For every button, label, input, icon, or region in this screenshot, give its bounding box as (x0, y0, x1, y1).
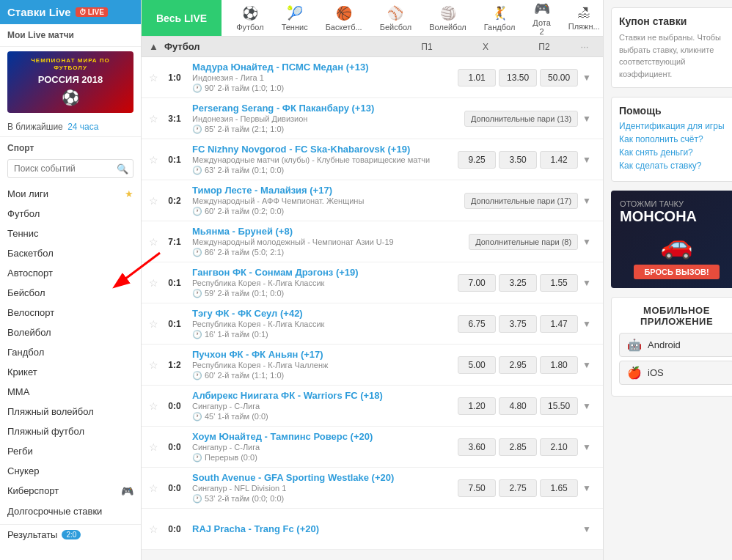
match-expand-button[interactable]: ▼ (578, 111, 596, 127)
odd-p1-button[interactable]: 1.20 (458, 397, 496, 415)
odd-p1-button[interactable]: 7.00 (458, 274, 496, 292)
sidebar-item-rugby[interactable]: Регби (0, 441, 141, 461)
odd-x-button[interactable]: 4.80 (499, 397, 537, 415)
match-expand-button[interactable]: ▼ (578, 275, 596, 291)
sidebar-item-my-leagues[interactable]: Мои лиги ★ (0, 184, 141, 204)
sport-volleyball[interactable]: 🏐 Волейбол (422, 2, 474, 34)
sport-tennis[interactable]: 🎾 Теннис (274, 2, 315, 34)
odd-p1-button[interactable]: 1.01 (458, 69, 496, 86)
results-section[interactable]: Результаты 2:0 (0, 524, 141, 545)
match-expand-button[interactable]: ▼ (578, 439, 596, 455)
match-favorite-star[interactable]: ☆ (149, 318, 158, 330)
dop-pari-button[interactable]: Дополнительные пари (17) (464, 193, 578, 209)
help-link-bet[interactable]: Как сделать ставку? (619, 161, 732, 171)
android-button[interactable]: 🤖 Android (619, 333, 732, 357)
match-favorite-star[interactable]: ☆ (149, 72, 158, 84)
odd-p2-button[interactable]: 1.55 (540, 274, 578, 292)
match-favorite-star[interactable]: ☆ (149, 441, 158, 453)
match-expand-button[interactable]: ▼ (578, 152, 596, 168)
match-expand-button[interactable]: ▼ (578, 316, 596, 332)
sidebar-item-basketball[interactable]: Баскетбол (0, 243, 141, 263)
odd-p2-button[interactable]: 1.80 (540, 356, 578, 374)
odd-p2-button[interactable]: 50.00 (540, 69, 578, 86)
odd-p1-button[interactable]: 3.60 (458, 438, 496, 456)
help-link-identification[interactable]: Идентификация для игры (619, 121, 732, 131)
odd-x-button[interactable]: 13.50 (499, 69, 537, 86)
match-teams[interactable]: Мадура Юнайтед - ПСМС Медан (+13) (192, 62, 452, 73)
odd-p2-button[interactable]: 2.10 (540, 438, 578, 456)
dop-pari-button[interactable]: Дополнительные пари (13) (464, 111, 578, 127)
dop-pari-button[interactable]: Дополнительные пари (8) (469, 234, 578, 250)
match-favorite-star[interactable]: ☆ (149, 523, 158, 535)
sport-baseball[interactable]: ⚾ Бейсбол (373, 2, 420, 34)
odd-x-button[interactable]: 2.95 (499, 356, 537, 374)
match-favorite-star[interactable]: ☆ (149, 359, 158, 371)
ios-button[interactable]: 🍎 iOS (619, 361, 732, 385)
odd-x-button[interactable]: 3.75 (499, 315, 537, 333)
match-expand-button[interactable]: ▼ (578, 480, 596, 496)
match-teams[interactable]: Тимор Лесте - Малайзия (+17) (192, 185, 458, 196)
match-favorite-star[interactable]: ☆ (149, 195, 158, 207)
sidebar-item-baseball[interactable]: Бейсбол (0, 283, 141, 303)
odd-x-button[interactable]: 3.25 (499, 274, 537, 292)
odd-p2-button[interactable]: 1.65 (540, 479, 578, 497)
match-expand-button[interactable]: ▼ (578, 398, 596, 414)
match-teams[interactable]: Мьянма - Бруней (+8) (192, 226, 463, 237)
odd-x-button[interactable]: 2.75 (499, 479, 537, 497)
sport-dota[interactable]: 🎮 Дота 2 (525, 0, 557, 39)
sport-football[interactable]: ⚽ Футбол (229, 2, 271, 34)
match-teams[interactable]: Тэгу ФК - ФК Сеул (+42) (192, 308, 452, 319)
sidebar-item-cricket[interactable]: Крикет (0, 362, 141, 382)
sidebar-item-snooker[interactable]: Снукер (0, 461, 141, 481)
odd-x-button[interactable]: 2.85 (499, 438, 537, 456)
odd-p1-button[interactable]: 7.50 (458, 479, 496, 497)
match-expand-button[interactable]: ▼ (578, 193, 596, 209)
match-expand-button[interactable]: ▼ (578, 521, 596, 537)
help-link-deposit[interactable]: Как пополнить счёт? (619, 134, 732, 144)
match-teams[interactable]: Албирекс Ниигата ФК - Warriors FC (+18) (192, 390, 452, 401)
sidebar-item-esports[interactable]: Киберспорт 🎮 (0, 481, 141, 501)
ad-cta[interactable]: БРОСЬ ВЫЗОВ! (634, 265, 719, 279)
sidebar-item-football[interactable]: Футбол (0, 204, 141, 224)
sidebar-item-volleyball[interactable]: Волейбол (0, 323, 141, 342)
match-teams[interactable]: Пучхон ФК - ФК Аньян (+17) (192, 349, 452, 360)
match-favorite-star[interactable]: ☆ (149, 482, 158, 494)
match-favorite-star[interactable]: ☆ (149, 236, 158, 248)
match-teams[interactable]: RAJ Pracha - Trang Fc (+20) (192, 523, 572, 534)
odd-p2-button[interactable]: 1.42 (540, 151, 578, 169)
odd-p1-button[interactable]: 5.00 (458, 356, 496, 374)
sport-handball[interactable]: 🤾 Гандбол (477, 2, 523, 34)
help-link-withdraw[interactable]: Как снять деньги? (619, 147, 732, 158)
match-teams[interactable]: Perserang Serang - ФК Паканбару (+13) (192, 103, 458, 114)
sport-basketball[interactable]: 🏀 Баскетб... (318, 2, 370, 34)
match-teams[interactable]: FC Nizhny Novgorod - FC Ska-Khabarovsk (… (192, 144, 452, 155)
sidebar-item-mma[interactable]: MMA (0, 382, 141, 402)
sidebar-item-autosport[interactable]: Автоспорт (0, 263, 141, 283)
odd-p1-button[interactable]: 9.25 (458, 151, 496, 169)
24h-link[interactable]: 24 часа (67, 122, 98, 132)
sidebar-item-cycling[interactable]: Велоспорт (0, 303, 141, 323)
sidebar-item-handball[interactable]: Гандбол (0, 342, 141, 362)
sidebar-item-tennis[interactable]: Теннис (0, 224, 141, 243)
match-favorite-star[interactable]: ☆ (149, 277, 158, 289)
match-teams[interactable]: Хоум Юнайтед - Тампинс Роверс (+20) (192, 431, 452, 442)
sidebar-item-beach-volleyball[interactable]: Пляжный волейбол (0, 402, 141, 421)
match-teams[interactable]: South Avenue - GFA Sporting Westlake (+2… (192, 472, 452, 483)
sport-beach[interactable]: 🏖 Пляжн... (561, 2, 603, 34)
sidebar-item-beach-football[interactable]: Пляжный футбол (0, 421, 141, 441)
match-favorite-star[interactable]: ☆ (149, 400, 158, 412)
odd-x-button[interactable]: 3.50 (499, 151, 537, 169)
match-teams[interactable]: Гангвон ФК - Сонмам Дрэгонз (+19) (192, 267, 452, 278)
match-favorite-star[interactable]: ☆ (149, 154, 158, 166)
odd-p2-button[interactable]: 1.47 (540, 315, 578, 333)
odd-p2-button[interactable]: 15.50 (540, 397, 578, 415)
match-expand-button[interactable]: ▼ (578, 234, 596, 250)
all-live-button[interactable]: Весь LIVE (142, 0, 222, 36)
sidebar-item-longterm[interactable]: Долгосрочные ставки (0, 501, 141, 521)
section-collapse-arrow[interactable]: ▲ (149, 41, 158, 52)
odd-p1-button[interactable]: 6.75 (458, 315, 496, 333)
match-expand-button[interactable]: ▼ (578, 70, 596, 86)
match-favorite-star[interactable]: ☆ (149, 113, 158, 125)
match-expand-button[interactable]: ▼ (578, 357, 596, 373)
search-input[interactable] (7, 159, 133, 178)
